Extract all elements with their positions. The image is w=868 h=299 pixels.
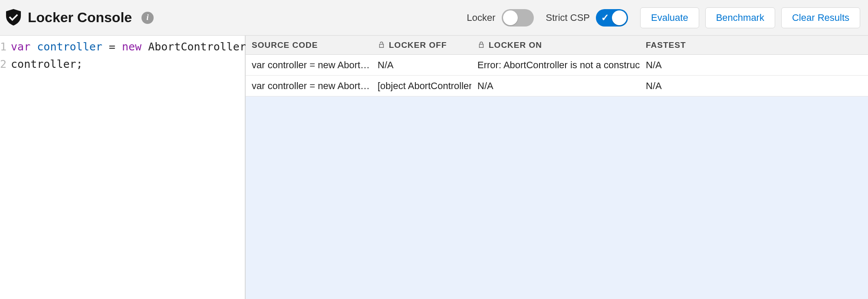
main: 12 var controller = new AbortController(… (0, 36, 868, 299)
cell-source: var controller = new AbortC… (246, 60, 372, 71)
evaluate-button[interactable]: Evaluate (640, 7, 699, 28)
results-panel: Source Code Locker Off Locker On Fastest… (246, 36, 868, 299)
code-token: controller; (11, 58, 83, 70)
results-row: var controller = new AbortC…[object Abor… (246, 76, 868, 96)
results-header: Source Code Locker Off Locker On Fastest (246, 36, 868, 55)
col-fastest-header: Fastest (640, 40, 868, 50)
toggle-locker-group: Locker (467, 9, 534, 27)
col-locker-on-label: Locker On (489, 40, 542, 50)
cell-locker-off: N/A (372, 60, 471, 71)
header-right: Locker Strict CSP ✓ Evaluate Benchmark C… (467, 7, 860, 28)
page-title: Locker Console (28, 10, 132, 26)
cell-locker-off: [object AbortController] (372, 80, 471, 92)
editor-code[interactable]: var controller = new AbortController();c… (8, 38, 266, 299)
col-locker-on-header: Locker On (471, 40, 640, 50)
results-row: var controller = new AbortC…N/AError: Ab… (246, 55, 868, 76)
info-icon[interactable]: i (141, 12, 154, 24)
lock-open-icon (378, 41, 385, 49)
cell-fastest: N/A (640, 60, 868, 71)
cell-fastest: N/A (640, 80, 868, 92)
toggle-strict-csp[interactable]: ✓ (596, 9, 628, 27)
code-token: new (122, 40, 148, 53)
lock-closed-icon (477, 41, 485, 49)
line-number: 2 (0, 56, 7, 73)
col-source-header: Source Code (246, 40, 372, 50)
code-line[interactable]: controller; (11, 56, 266, 73)
toggle-locker[interactable] (502, 9, 534, 27)
col-locker-off-label: Locker Off (389, 40, 447, 50)
col-locker-off-header: Locker Off (372, 40, 471, 50)
toggle-locker-label: Locker (467, 12, 496, 23)
header: Locker Console i Locker Strict CSP ✓ Eva… (0, 0, 868, 36)
cell-source: var controller = new AbortC… (246, 80, 372, 92)
code-token: var (11, 40, 37, 53)
toggle-strict-csp-label: Strict CSP (546, 12, 590, 23)
toggle-strict-csp-group: Strict CSP ✓ (546, 9, 628, 27)
benchmark-button[interactable]: Benchmark (705, 7, 775, 28)
line-number: 1 (0, 38, 7, 56)
check-icon: ✓ (601, 12, 609, 23)
cell-locker-on: Error: AbortController is not a construc… (471, 60, 640, 71)
code-editor[interactable]: 12 var controller = new AbortController(… (0, 36, 246, 299)
code-token: = (109, 40, 122, 53)
cell-locker-on: N/A (471, 80, 640, 92)
header-buttons: Evaluate Benchmark Clear Results (640, 7, 860, 28)
header-left: Locker Console i (4, 8, 154, 28)
editor-gutter: 12 (0, 38, 8, 299)
clear-button[interactable]: Clear Results (781, 7, 860, 28)
code-line[interactable]: var controller = new AbortController(); (11, 38, 266, 56)
code-token: controller (37, 40, 109, 53)
shield-icon (4, 8, 23, 28)
